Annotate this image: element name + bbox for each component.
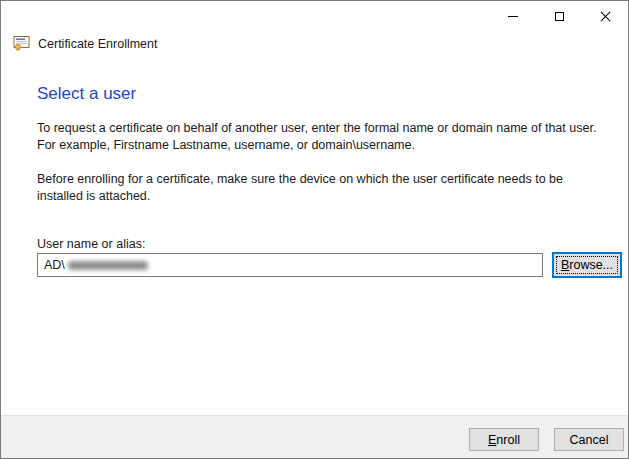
footer-bar: Enroll Cancel bbox=[1, 415, 628, 458]
redacted-username-blur bbox=[68, 261, 148, 270]
browse-label-rest: rowse... bbox=[569, 258, 613, 272]
minimize-button[interactable] bbox=[490, 1, 536, 31]
username-input[interactable]: AD\ bbox=[37, 253, 543, 277]
enroll-label-rest: nroll bbox=[496, 433, 520, 447]
instruction-paragraph-2: Before enrolling for a certificate, make… bbox=[37, 171, 599, 205]
certificate-enrollment-dialog: Certificate Enrollment Select a user To … bbox=[0, 0, 629, 459]
cancel-label: Cancel bbox=[570, 433, 609, 447]
enroll-button[interactable]: Enroll bbox=[469, 428, 539, 451]
cancel-button[interactable]: Cancel bbox=[554, 428, 624, 451]
minimize-icon bbox=[508, 16, 518, 17]
page-heading: Select a user bbox=[37, 84, 136, 104]
close-icon bbox=[600, 11, 611, 22]
maximize-button[interactable] bbox=[536, 1, 582, 31]
wizard-header: Certificate Enrollment bbox=[13, 35, 158, 52]
titlebar bbox=[1, 1, 628, 31]
browse-button[interactable]: Browse... bbox=[552, 252, 622, 278]
app-title: Certificate Enrollment bbox=[38, 37, 158, 51]
username-value-prefix: AD\ bbox=[44, 258, 65, 272]
close-button[interactable] bbox=[582, 1, 628, 31]
certificate-icon bbox=[13, 35, 31, 52]
username-label: User name or alias: bbox=[37, 237, 145, 251]
maximize-icon bbox=[555, 12, 564, 21]
instruction-paragraph-1: To request a certificate on behalf of an… bbox=[37, 120, 599, 154]
